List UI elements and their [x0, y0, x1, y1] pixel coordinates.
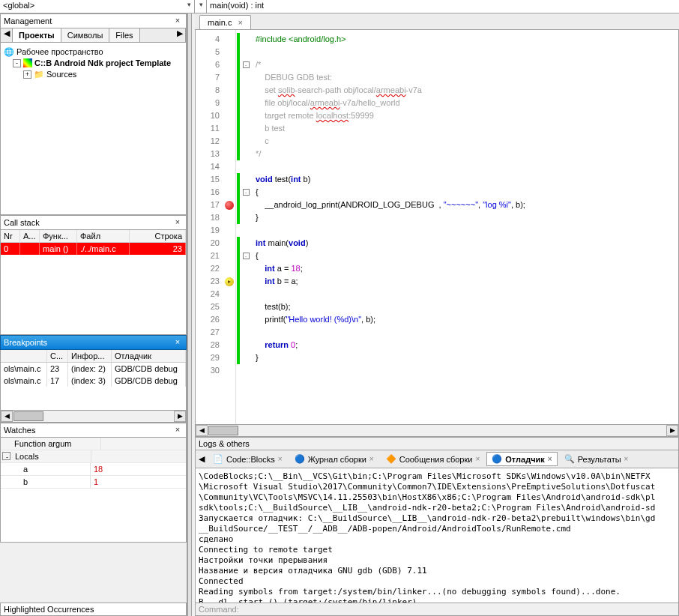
scope-dropdown[interactable]: <global> — [0, 0, 195, 13]
col-func[interactable]: Функ... — [40, 230, 77, 242]
cell-func: main () — [40, 243, 77, 255]
breakpoint-icon[interactable] — [225, 201, 234, 210]
expand-icon[interactable]: + — [23, 70, 31, 79]
col-line[interactable]: Строка — [130, 230, 186, 242]
funcargs-label: Function argum — [11, 438, 101, 450]
fold-icon[interactable]: - — [243, 253, 250, 259]
tree-workspace[interactable]: 🌐 Рабочее пространство — [2, 46, 184, 58]
debugger-log[interactable]: \CodeBlocks;C:\__Bin\__VCS\Git\bin;C:\Pr… — [195, 468, 679, 603]
callstack-header: Nr A... Функ... Файл Строка — [1, 230, 186, 243]
project-tree[interactable]: 🌐 Рабочее пространство - C::B Android Nd… — [0, 43, 187, 215]
breakpoints-label: Breakpoints — [4, 338, 47, 347]
watch-funcargs[interactable]: Function argum — [1, 438, 186, 450]
logs-title: Logs & others — [195, 437, 679, 450]
tab-nav-right[interactable]: ▶ — [174, 28, 186, 42]
close-icon[interactable]: × — [172, 16, 183, 26]
highlighted-label: Highlighted Occurrences — [4, 605, 94, 614]
tab-icon: 📄 — [213, 454, 223, 464]
vertical-splitter[interactable] — [187, 13, 192, 616]
breakpoints-header: С... Инфор... Отладчик — [1, 350, 186, 363]
breakpoints-grid[interactable]: С... Инфор... Отладчик ols\main.c23(inde… — [0, 350, 187, 411]
fold-icon[interactable]: - — [243, 189, 250, 196]
log-tab[interactable]: 🔍Результаты× — [559, 452, 634, 466]
col-debugger[interactable]: Отладчик — [112, 350, 186, 362]
callstack-title: Call stack × — [0, 215, 187, 230]
col-info[interactable]: Инфор... — [68, 350, 112, 362]
project-icon — [23, 58, 32, 67]
close-icon[interactable]: × — [172, 217, 183, 228]
close-icon[interactable]: × — [475, 455, 480, 463]
tab-projects[interactable]: Проекты — [13, 28, 61, 42]
col-file[interactable] — [1, 350, 47, 362]
highlighted-occurrences-title: Highlighted Occurrences — [0, 603, 187, 616]
close-icon[interactable]: × — [548, 455, 552, 463]
callstack-label: Call stack — [4, 218, 40, 227]
close-icon[interactable]: × — [172, 337, 183, 348]
editor-scrollbar[interactable]: ◀▶ — [195, 425, 679, 437]
col-addr[interactable]: A... — [20, 230, 40, 242]
expand-icon[interactable]: - — [13, 59, 21, 67]
col-file[interactable]: Файл — [77, 230, 130, 242]
top-context-bar: <global> main(void) : int — [0, 0, 679, 13]
tab-symbols[interactable]: Символы — [61, 28, 110, 42]
tree-sources[interactable]: + 📁 Sources — [2, 68, 184, 80]
log-tabs: ◀ 📄Code::Blocks×🔵Журнал сборки×🔶Сообщени… — [195, 450, 679, 468]
watches-title: Watches × — [0, 423, 187, 438]
tab-icon: 🔶 — [386, 454, 396, 464]
tab-icon: 🔵 — [492, 454, 502, 464]
log-tab[interactable]: 🔶Сообщения сборки× — [381, 452, 486, 466]
fold-icon[interactable]: - — [243, 61, 250, 68]
tab-icon: 🔍 — [564, 454, 575, 464]
log-tab[interactable]: 🔵Журнал сборки× — [289, 452, 379, 466]
close-icon[interactable]: × — [238, 18, 242, 27]
code-text[interactable]: #include <android/log.h>/* DEBUG GDB tes… — [251, 30, 678, 424]
management-tabs: ◀ Проекты Символы Files ▶ — [0, 28, 187, 43]
editor-tab-mainc[interactable]: main.c × — [199, 15, 251, 29]
col-nr[interactable]: Nr — [1, 230, 20, 242]
close-icon[interactable]: × — [172, 425, 183, 435]
current-line-icon — [225, 277, 234, 286]
code-editor[interactable]: 4567891011121314151617181920212223242526… — [195, 30, 679, 425]
close-icon[interactable]: × — [369, 455, 374, 463]
cell-addr — [20, 243, 40, 255]
tab-nav-left[interactable]: ◀ — [1, 28, 13, 42]
watch-var[interactable]: b1 — [1, 476, 186, 489]
tab-nav-left[interactable]: ◀ — [199, 454, 205, 464]
log-tab[interactable]: 🔵Отладчик× — [486, 452, 557, 466]
command-row: Command: — [195, 603, 679, 616]
expand-icon[interactable]: - — [2, 452, 10, 460]
breakpoint-row[interactable]: ols\main.c23(index: 2)GDB/CDB debug — [1, 363, 186, 375]
folder-icon: 📁 — [34, 69, 44, 79]
management-title: Management × — [0, 13, 187, 28]
col-line[interactable]: С... — [47, 350, 68, 362]
close-icon[interactable]: × — [278, 455, 283, 463]
sources-label: Sources — [46, 70, 76, 79]
locals-label: Locals — [12, 450, 91, 462]
breakpoint-row[interactable]: ols\main.c17(index: 3)GDB/CDB debug — [1, 375, 186, 387]
watch-var[interactable]: a18 — [1, 463, 186, 476]
main-area: main.c × 4567891011121314151617181920212… — [195, 13, 679, 616]
tree-project[interactable]: - C::B Android Ndk project Template — [2, 58, 184, 68]
management-title-label: Management — [4, 16, 52, 25]
workspace-icon: 🌐 — [4, 46, 14, 57]
breakpoints-scrollbar[interactable]: ◀▶ — [0, 411, 187, 423]
editor-tabs: main.c × — [195, 13, 679, 30]
callstack-row[interactable]: 0 main () ./../main.c 23 — [1, 243, 186, 255]
logs-label: Logs & others — [199, 439, 250, 448]
marker-margin[interactable] — [223, 30, 236, 424]
fold-margin[interactable]: --- — [241, 30, 251, 424]
command-label: Command: — [199, 605, 239, 614]
cell-nr: 0 — [1, 243, 20, 255]
watches-label: Watches — [4, 426, 35, 435]
callstack-grid[interactable]: Nr A... Функ... Файл Строка 0 main () ./… — [0, 230, 187, 335]
tab-icon: 🔵 — [295, 454, 305, 464]
tab-files[interactable]: Files — [109, 28, 139, 42]
close-icon[interactable]: × — [624, 455, 629, 463]
project-label: C::B Android Ndk project Template — [34, 58, 171, 67]
watches-grid[interactable]: Function argum - Locals a18b1 — [0, 438, 187, 543]
log-tab[interactable]: 📄Code::Blocks× — [208, 452, 288, 466]
workspace-label: Рабочее пространство — [16, 47, 103, 56]
tab-label: main.c — [208, 18, 232, 27]
function-dropdown[interactable]: main(void) : int — [207, 0, 679, 13]
watch-locals[interactable]: - Locals — [1, 450, 186, 463]
